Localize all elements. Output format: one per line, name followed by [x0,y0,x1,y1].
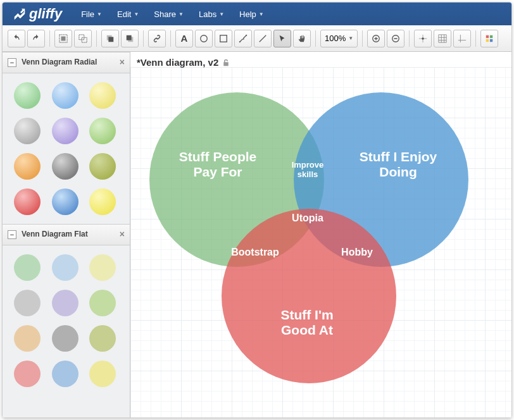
caret-down-icon: ▼ [97,11,102,17]
swatch-flat[interactable] [14,361,41,387]
bring-front-button[interactable] [101,30,119,47]
swatch-radial[interactable] [89,82,116,109]
text-tool[interactable]: A [175,30,193,47]
plus-circle-icon [372,34,380,43]
swatch-flat[interactable] [89,254,116,281]
swatch-flat[interactable] [89,361,116,387]
workspace: − Venn Diagram Radial × − Venn Diagram F… [3,52,511,417]
svg-line-12 [260,35,266,42]
group-button[interactable] [54,30,72,47]
line-tool[interactable] [254,30,272,47]
zoom-out-button[interactable] [387,30,404,47]
menu-share[interactable]: Share▼ [147,6,190,23]
document-title[interactable]: *Venn diagram, v2 [137,57,230,68]
swatch-radial[interactable] [14,82,41,109]
square-icon [219,34,228,43]
pan-tool[interactable] [293,30,311,47]
zoom-in-button[interactable] [367,30,385,47]
swatch-flat[interactable] [14,325,41,352]
swatch-flat[interactable] [52,290,78,316]
undo-button[interactable] [8,30,25,47]
menu-edit[interactable]: Edit▼ [111,6,145,23]
svg-rect-7 [127,35,132,40]
swatch-flat[interactable] [52,325,78,352]
link-icon [153,34,161,43]
venn-label-bc[interactable]: Hobby [325,247,389,258]
rect-tool[interactable] [215,30,232,47]
swatch-flat[interactable] [89,290,116,316]
swatch-flat[interactable] [14,254,41,281]
unlock-icon [222,59,230,66]
app-logo[interactable]: gliffy [13,6,62,22]
swatch-radial[interactable] [14,118,41,144]
collapse-icon[interactable]: − [8,230,16,239]
hand-icon [298,34,306,43]
circle-icon [199,34,208,43]
close-panel-button[interactable]: × [120,230,125,239]
redo-button[interactable] [27,30,45,47]
swatch-radial[interactable] [52,118,78,144]
menu-labs[interactable]: Labs▼ [192,6,230,23]
connector-tool[interactable] [234,30,252,47]
theme-button[interactable] [480,30,498,47]
swatch-radial[interactable] [89,188,116,215]
canvas[interactable]: *Venn diagram, v2 Stuff PeoplePay For St… [130,52,511,417]
swatch-radial[interactable] [52,82,78,109]
grid-button[interactable] [434,30,451,47]
svg-rect-1 [61,36,66,40]
ungroup-button[interactable] [74,30,92,47]
sidebar: − Venn Diagram Radial × − Venn Diagram F… [3,52,130,417]
swatch-radial[interactable] [89,118,116,144]
send-back-icon [125,34,134,43]
circle-tool[interactable] [195,30,213,47]
swatch-radial[interactable] [52,188,78,215]
swatch-radial[interactable] [14,153,41,180]
toolbar: A 100%▼ [3,25,511,52]
guides-button[interactable] [453,30,471,47]
logo-icon [13,7,27,21]
link-button[interactable] [148,30,166,47]
caret-down-icon: ▼ [134,11,139,17]
swatch-flat[interactable] [52,361,78,387]
venn-circle-good[interactable] [222,209,396,383]
swatch-flat[interactable] [89,325,116,352]
swatch-radial[interactable] [14,188,41,215]
venn-label-ab[interactable]: Improveskills [282,161,333,180]
venn-label-enjoy[interactable]: Stuff I EnjoyDoing [344,149,452,180]
caret-down-icon: ▼ [348,35,353,41]
svg-point-8 [201,35,208,42]
send-back-button[interactable] [121,30,139,47]
collapse-icon[interactable]: − [8,58,16,67]
separator [49,30,50,47]
venn-label-pay[interactable]: Stuff PeoplePay For [167,149,268,180]
venn-label-good[interactable]: Stuff I'mGood At [260,307,354,338]
separator [362,30,363,47]
caret-down-icon: ▼ [259,11,264,17]
panel-header-radial[interactable]: − Venn Diagram Radial × [3,52,130,73]
caret-down-icon: ▼ [179,11,184,17]
separator [143,30,144,47]
svg-rect-11 [246,34,247,35]
venn-label-abc[interactable]: Utopia [282,213,333,224]
svg-rect-26 [490,39,492,41]
close-panel-button[interactable]: × [120,58,125,67]
zoom-select[interactable]: 100%▼ [320,30,358,47]
swatch-radial[interactable] [89,153,116,180]
grid-icon [438,34,447,43]
redo-icon [32,34,41,43]
menu-help[interactable]: Help▼ [233,6,270,23]
svg-rect-24 [490,35,492,37]
swatch-radial[interactable] [52,153,78,180]
snap-button[interactable] [414,30,432,47]
minus-circle-icon [391,34,400,43]
swatch-grid-flat [3,245,130,396]
menu-file[interactable]: File▼ [75,6,108,23]
pointer-tool[interactable] [273,30,291,47]
panel-header-flat[interactable]: − Venn Diagram Flat × [3,224,130,245]
venn-label-ac[interactable]: Bootstrap [220,247,290,258]
swatch-grid-radial [3,73,130,224]
snap-icon [418,34,427,43]
swatch-flat[interactable] [14,290,41,316]
swatch-flat[interactable] [52,254,78,281]
venn-diagram[interactable]: Stuff PeoplePay For Stuff I EnjoyDoing S… [130,67,511,417]
